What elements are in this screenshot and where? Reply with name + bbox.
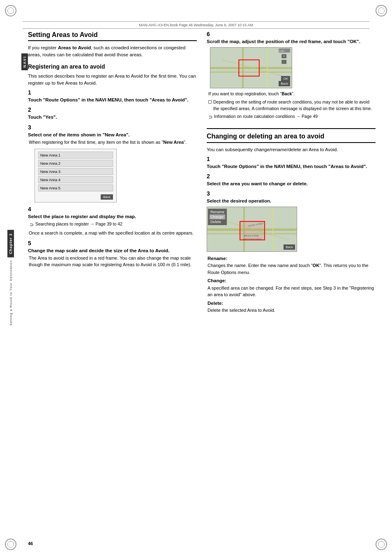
step-5: 5 Change the map scale and decide the si… (28, 240, 197, 268)
step-1: 1 Touch "Route Options" in the NAVI MENU… (28, 89, 197, 103)
corner-br (376, 539, 387, 550)
main-content: Setting Areas to Avoid If you register A… (28, 31, 376, 534)
step-2: 2 Touch "Yes". (28, 106, 197, 120)
changing-section: Changing or deleting an area to avoid Yo… (207, 128, 376, 313)
rename-desc: Rename: Changes the name. Enter the new … (208, 255, 376, 276)
left-section-title: Setting Areas to Avoid (28, 31, 197, 41)
svg-text:LOC: LOC (279, 50, 285, 52)
navi-side-tab: NAVI (21, 53, 28, 70)
left-subsection-intro: This section describes how to register a… (28, 73, 197, 87)
area-list-box: New Area 1 New Area 2 New Area 3 New Are… (35, 149, 117, 203)
map-image-1: LOC + - OK Back (210, 47, 292, 88)
step6-hint3: ⊃ Information on route calculation condi… (208, 113, 376, 121)
arrow-icon-2: ⊃ (208, 113, 212, 121)
map2-overlay: Rename Change Delete (208, 209, 227, 225)
area-list-back: Back (38, 193, 113, 200)
corner-tl (5, 5, 16, 16)
section-divider (207, 128, 376, 129)
area-list-item: New Area 4 (38, 176, 113, 183)
map-image-2: 5W BIG STREET BROOK STREE MACDONA R REEF… (207, 207, 297, 252)
area-list-item: New Area 3 (38, 168, 113, 175)
square-icon (208, 100, 212, 104)
corner-tr (376, 5, 387, 16)
navi-label: NAVI (23, 56, 27, 68)
left-subsection-title: Registering an area to avoid (28, 63, 197, 70)
right-step-2: 2 Select the area you want to change or … (207, 173, 376, 187)
page-number: 46 (28, 541, 33, 546)
change-desc: Change: A specified area can be changed.… (208, 277, 376, 298)
right-step-3: 3 Select the desired operation. 5W BIG S… (207, 190, 376, 252)
right-section-intro: You can subsequently change/rename/delet… (207, 146, 376, 153)
step-4: 4 Select the place to register and displ… (28, 206, 197, 237)
left-section-intro: If you register Areas to Avoid, such as … (28, 44, 197, 59)
chapter-side: Chapter 3 Setting a Route to Your Destin… (0, 230, 21, 325)
svg-rect-22 (240, 221, 265, 240)
chapter-sublabel: Setting a Route to Your Destination (9, 260, 13, 326)
header-text: MAN-AVIC-X3-EN.book Page 46 Wednesday, J… (139, 23, 253, 27)
header-bar: MAN-AVIC-X3-EN.book Page 46 Wednesday, J… (23, 21, 369, 29)
map-back-button[interactable]: Back (279, 81, 290, 86)
back-button-list[interactable]: Back (101, 194, 113, 200)
delete-desc: Delete: Delete the selected Area to Avoi… (208, 300, 376, 314)
step6-hint1: If you want to stop registration, touch … (208, 91, 376, 97)
arrow-icon: ⊃ (30, 221, 34, 228)
left-column: Setting Areas to Avoid If you register A… (28, 31, 197, 534)
step-6: 6 Scroll the map, adjust the position of… (207, 31, 376, 121)
map2-back-button[interactable]: Back (284, 244, 295, 250)
rename-option[interactable]: Rename (210, 210, 225, 214)
right-section-title: Changing or deleting an area to avoid (207, 132, 376, 143)
svg-text:+: + (283, 54, 285, 58)
area-list-item: New Area 2 (38, 160, 113, 167)
step4-hint1: ⊃ Searching places to register → Page 39… (30, 221, 197, 228)
delete-option[interactable]: Delete (210, 219, 225, 224)
right-step-1: 1 Touch "Route Options" in the NAVI MENU… (207, 156, 376, 170)
change-option[interactable]: Change (210, 214, 225, 219)
chapter-box: Chapter 3 (7, 230, 14, 258)
step6-hint2: Depending on the setting of route search… (208, 99, 376, 112)
svg-text:-: - (283, 60, 284, 64)
step-3: 3 Select one of the items shown in "New … (28, 124, 197, 203)
area-list-item: New Area 1 (38, 152, 113, 159)
area-list-item: New Area 5 (38, 184, 113, 191)
corner-bl (5, 539, 16, 550)
right-column: 6 Scroll the map, adjust the position of… (207, 31, 376, 534)
